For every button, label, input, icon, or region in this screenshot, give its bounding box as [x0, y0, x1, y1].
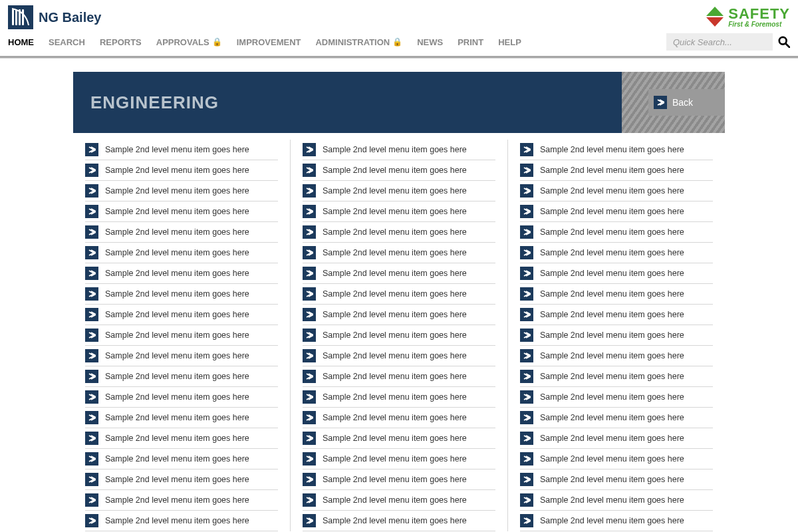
menu-item[interactable]: Sample 2nd level menu item goes here — [520, 325, 713, 346]
nav-improvement[interactable]: IMPROVEMENT — [237, 37, 301, 47]
menu-item[interactable]: Sample 2nd level menu item goes here — [303, 469, 495, 490]
menu-item[interactable]: Sample 2nd level menu item goes here — [85, 449, 278, 469]
menu-item[interactable]: Sample 2nd level menu item goes here — [85, 201, 278, 222]
menu-item[interactable]: Sample 2nd level menu item goes here — [520, 201, 713, 222]
menu-item[interactable]: Sample 2nd level menu item goes here — [520, 511, 713, 531]
nav-approvals[interactable]: APPROVALS🔒 — [156, 37, 222, 47]
menu-item[interactable]: Sample 2nd level menu item goes here — [85, 160, 278, 181]
menu-item[interactable]: Sample 2nd level menu item goes here — [303, 366, 495, 387]
menu-item[interactable]: Sample 2nd level menu item goes here — [85, 325, 278, 346]
search-input[interactable] — [666, 33, 773, 51]
menu-item[interactable]: Sample 2nd level menu item goes here — [520, 387, 713, 408]
menu-item[interactable]: Sample 2nd level menu item goes here — [520, 428, 713, 449]
menu-item[interactable]: Sample 2nd level menu item goes here — [85, 305, 278, 325]
svg-rect-1 — [15, 9, 17, 25]
menu-item[interactable]: Sample 2nd level menu item goes here — [85, 243, 278, 263]
brand-logo[interactable]: NG Bailey — [8, 5, 101, 29]
chevron-right-icon — [520, 452, 533, 466]
nav-reports[interactable]: REPORTS — [100, 37, 142, 47]
menu-item[interactable]: Sample 2nd level menu item goes here — [520, 490, 713, 511]
menu-item[interactable]: Sample 2nd level menu item goes here — [85, 263, 278, 284]
menu-item[interactable]: Sample 2nd level menu item goes here — [85, 469, 278, 490]
menu-item[interactable]: Sample 2nd level menu item goes here — [303, 408, 495, 428]
chevron-right-icon — [520, 473, 533, 486]
menu-item[interactable]: Sample 2nd level menu item goes here — [85, 284, 278, 305]
menu-column: Sample 2nd level menu item goes hereSamp… — [73, 140, 290, 531]
menu-item[interactable]: Sample 2nd level menu item goes here — [520, 181, 713, 201]
menu-item[interactable]: Sample 2nd level menu item goes here — [303, 305, 495, 325]
menu-item-label: Sample 2nd level menu item goes here — [105, 269, 249, 278]
chevron-right-icon — [85, 205, 98, 218]
menu-item[interactable]: Sample 2nd level menu item goes here — [85, 511, 278, 531]
menu-item[interactable]: Sample 2nd level menu item goes here — [520, 160, 713, 181]
menu-item[interactable]: Sample 2nd level menu item goes here — [520, 305, 713, 325]
menu-item[interactable]: Sample 2nd level menu item goes here — [303, 263, 495, 284]
menu-item-label: Sample 2nd level menu item goes here — [105, 145, 249, 154]
brand-mark-icon — [8, 5, 33, 29]
menu-item[interactable]: Sample 2nd level menu item goes here — [85, 181, 278, 201]
menu-item[interactable]: Sample 2nd level menu item goes here — [520, 346, 713, 366]
menu-item[interactable]: Sample 2nd level menu item goes here — [85, 366, 278, 387]
nav-search[interactable]: SEARCH — [49, 37, 85, 47]
menu-item[interactable]: Sample 2nd level menu item goes here — [303, 511, 495, 531]
menu-item[interactable]: Sample 2nd level menu item goes here — [303, 428, 495, 449]
menu-item[interactable]: Sample 2nd level menu item goes here — [520, 263, 713, 284]
menu-item[interactable]: Sample 2nd level menu item goes here — [85, 140, 278, 160]
menu-item[interactable]: Sample 2nd level menu item goes here — [303, 284, 495, 305]
menu-item[interactable]: Sample 2nd level menu item goes here — [303, 449, 495, 469]
menu-item[interactable]: Sample 2nd level menu item goes here — [520, 140, 713, 160]
chevron-right-icon — [520, 267, 533, 280]
nav-label: HELP — [498, 37, 521, 47]
chevron-right-icon — [520, 308, 533, 321]
menu-item-label: Sample 2nd level menu item goes here — [323, 207, 467, 216]
menu-item[interactable]: Sample 2nd level menu item goes here — [520, 408, 713, 428]
menu-item[interactable]: Sample 2nd level menu item goes here — [85, 222, 278, 243]
nav-help[interactable]: HELP — [498, 37, 521, 47]
safety-title: SAFETY — [728, 7, 790, 21]
back-button[interactable]: Back — [622, 72, 725, 133]
menu-item[interactable]: Sample 2nd level menu item goes here — [520, 449, 713, 469]
menu-item[interactable]: Sample 2nd level menu item goes here — [303, 160, 495, 181]
chevron-right-icon — [520, 432, 533, 445]
menu-item[interactable]: Sample 2nd level menu item goes here — [303, 490, 495, 511]
menu-item[interactable]: Sample 2nd level menu item goes here — [85, 408, 278, 428]
menu-item[interactable]: Sample 2nd level menu item goes here — [520, 469, 713, 490]
menu-item[interactable]: Sample 2nd level menu item goes here — [520, 222, 713, 243]
chevron-right-icon — [85, 514, 98, 527]
menu-item-label: Sample 2nd level menu item goes here — [105, 413, 249, 422]
menu-item-label: Sample 2nd level menu item goes here — [105, 289, 249, 299]
chevron-right-icon — [520, 225, 533, 239]
chevron-right-icon — [85, 349, 98, 362]
menu-item[interactable]: Sample 2nd level menu item goes here — [303, 201, 495, 222]
chevron-right-icon — [520, 205, 533, 218]
chevron-right-icon — [85, 246, 98, 259]
menu-item[interactable]: Sample 2nd level menu item goes here — [85, 490, 278, 511]
menu-item[interactable]: Sample 2nd level menu item goes here — [520, 284, 713, 305]
menu-item[interactable]: Sample 2nd level menu item goes here — [85, 428, 278, 449]
menu-item-label: Sample 2nd level menu item goes here — [105, 372, 249, 381]
menu-item[interactable]: Sample 2nd level menu item goes here — [303, 346, 495, 366]
menu-item[interactable]: Sample 2nd level menu item goes here — [303, 181, 495, 201]
nav-news[interactable]: NEWS — [417, 37, 443, 47]
menu-item-label: Sample 2nd level menu item goes here — [540, 269, 684, 278]
search-button[interactable] — [778, 36, 790, 48]
chevron-right-icon — [85, 432, 98, 445]
menu-item[interactable]: Sample 2nd level menu item goes here — [303, 140, 495, 160]
menu-item[interactable]: Sample 2nd level menu item goes here — [85, 387, 278, 408]
menu-item-label: Sample 2nd level menu item goes here — [540, 392, 684, 402]
menu-item[interactable]: Sample 2nd level menu item goes here — [303, 222, 495, 243]
chevron-right-icon — [85, 493, 98, 507]
menu-item[interactable]: Sample 2nd level menu item goes here — [303, 387, 495, 408]
menu-item[interactable]: Sample 2nd level menu item goes here — [520, 366, 713, 387]
nav-print[interactable]: PRINT — [458, 37, 483, 47]
nav-administration[interactable]: ADMINISTRATION🔒 — [315, 37, 402, 47]
menu-item[interactable]: Sample 2nd level menu item goes here — [85, 346, 278, 366]
svg-rect-3 — [22, 9, 24, 25]
menu-item[interactable]: Sample 2nd level menu item goes here — [303, 243, 495, 263]
menu-item-label: Sample 2nd level menu item goes here — [105, 248, 249, 257]
menu-item[interactable]: Sample 2nd level menu item goes here — [303, 325, 495, 346]
menu-item[interactable]: Sample 2nd level menu item goes here — [520, 243, 713, 263]
nav-home[interactable]: HOME — [8, 37, 34, 47]
menu-item-label: Sample 2nd level menu item goes here — [540, 413, 684, 422]
menu-item-label: Sample 2nd level menu item goes here — [540, 166, 684, 175]
